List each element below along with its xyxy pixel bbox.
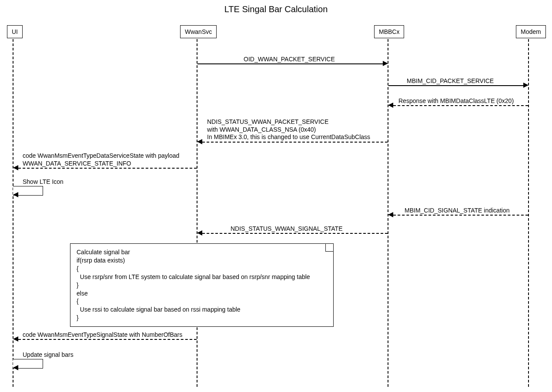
msg-response-lte: Response with MBIMDataClassLTE (0x20) — [398, 97, 514, 104]
msg-update-signal-bars: Update signal bars — [23, 351, 74, 358]
msg-data-service-state: code WwanMsmEventTypeDataServiceState wi… — [23, 152, 179, 167]
arrowhead-m5 — [13, 165, 18, 170]
msg-data-service-state-l1: code WwanMsmEventTypeDataServiceState wi… — [23, 152, 179, 160]
diagram-title: LTE Singal Bar Calculation — [0, 4, 552, 14]
note-l5: } — [77, 281, 327, 289]
msg-ndis-signal-state: NDIS_STATUS_WWAN_SIGNAL_STATE — [231, 225, 343, 232]
arrowhead-m7 — [388, 212, 393, 217]
lifeline-wwansvc — [197, 39, 197, 387]
msg-mbim-cid-packet-service: MBIM_CID_PACKET_SERVICE — [407, 77, 494, 84]
note-l9: } — [77, 314, 327, 322]
arrowhead-m8 — [197, 230, 202, 236]
arrow-m4 — [202, 142, 388, 143]
msg-mbim-signal-state: MBIM_CID_SIGNAL_STATE indication — [405, 207, 509, 214]
arrow-m8 — [202, 233, 388, 234]
arrowhead-m3 — [388, 103, 393, 108]
arrow-m3 — [393, 105, 528, 106]
note-l1: Calculate signal bar — [77, 248, 327, 256]
note-l6: else — [77, 289, 327, 298]
arrowhead-m9 — [13, 336, 18, 342]
arrow-m1 — [197, 63, 383, 64]
msg-ndis-packet-service-l1: NDIS_STATUS_WWAN_PACKET_SERVICE — [207, 118, 370, 126]
arrow-m7 — [393, 215, 528, 216]
arrowhead-m10 — [13, 365, 18, 370]
arrowhead-m2 — [523, 83, 529, 88]
msg-data-service-state-l2: WWAN_DATA_SERVICE_STATE_INFO — [23, 160, 179, 168]
note-l8: Use rssi to calculate signal bar based o… — [77, 306, 327, 314]
note-l4: Use rsrp/snr from LTE system to calculat… — [77, 273, 327, 281]
arrowhead-m4 — [197, 139, 202, 144]
arrow-m5 — [18, 168, 197, 169]
actor-modem: Modem — [516, 25, 546, 38]
msg-ndis-packet-service-l3: In MBIMEx 3.0, this is changed to use Cu… — [207, 133, 370, 141]
arrowhead-m6 — [13, 192, 18, 197]
arrow-m9 — [18, 339, 197, 340]
note-calculate-signal-bar: Calculate signal bar if(rsrp data exists… — [70, 243, 334, 327]
actor-mbbcx: MBBCx — [374, 25, 404, 38]
msg-signal-state-bars: code WwanMsmEventTypeSignalState with Nu… — [23, 331, 182, 338]
note-l3: { — [77, 265, 327, 273]
msg-oid-packet-service: OID_WWAN_PACKET_SERVICE — [244, 56, 335, 63]
actor-ui: UI — [7, 25, 23, 38]
note-l2: if(rsrp data exists) — [77, 256, 327, 265]
sequence-diagram: LTE Singal Bar Calculation UI WwanSvc MB… — [0, 0, 552, 392]
msg-ndis-packet-service: NDIS_STATUS_WWAN_PACKET_SERVICE with WWA… — [207, 118, 370, 141]
msg-ndis-packet-service-l2: with WWAN_DATA_CLASS_NSA (0x40) — [207, 126, 370, 134]
arrowhead-m1 — [383, 61, 388, 66]
note-fold-icon — [325, 243, 334, 252]
note-l7: { — [77, 297, 327, 306]
lifeline-ui — [13, 39, 13, 387]
actor-wwansvc: WwanSvc — [180, 25, 217, 38]
msg-show-lte-icon: Show LTE Icon — [23, 178, 64, 185]
arrow-m2 — [388, 85, 523, 86]
lifeline-modem — [528, 39, 529, 387]
